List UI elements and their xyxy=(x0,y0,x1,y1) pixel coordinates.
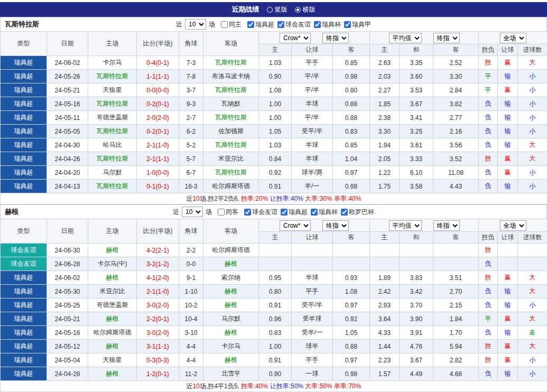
asian-final-odds-select[interactable]: 终指 xyxy=(322,220,349,231)
odds-cell: 半球 xyxy=(292,152,333,166)
league-filter-checkbox[interactable]: 球会友谊 xyxy=(244,208,277,217)
home-team-cell[interactable]: 瓦斯特拉斯 xyxy=(88,152,137,166)
away-team-cell[interactable]: 瓦斯特拉斯 xyxy=(203,111,259,125)
away-team-cell[interactable]: 马尔默 xyxy=(203,312,259,326)
home-team-cell[interactable]: 卡尔马(中) xyxy=(88,257,137,271)
home-team-cell[interactable]: 哈尔姆斯塔德 xyxy=(88,326,137,340)
odds-cell xyxy=(259,257,292,271)
home-team-cell[interactable]: 瓦斯特拉斯 xyxy=(88,180,137,193)
home-team-cell[interactable]: 赫根 xyxy=(88,340,137,353)
league-type-cell[interactable]: 瑞典超 xyxy=(1,326,47,340)
away-team-cell[interactable]: 瓦纳默 xyxy=(203,97,259,111)
league-filter-checkbox[interactable]: 球会友谊 xyxy=(277,20,311,29)
away-team-cell[interactable]: 佐加顿斯 xyxy=(203,125,259,138)
league-type-cell[interactable]: 瑞典超 xyxy=(1,138,47,152)
league-type-cell[interactable]: 瑞典超 xyxy=(1,70,47,83)
league-type-cell[interactable]: 瑞典超 xyxy=(1,152,47,166)
same-away-checkbox[interactable]: 同客 xyxy=(218,208,238,217)
subcol-euro-home: 主 xyxy=(370,44,400,56)
league-type-cell[interactable]: 瑞典超 xyxy=(1,340,47,353)
odds-cell xyxy=(259,244,292,257)
col-header-date: 日期 xyxy=(47,32,88,56)
league-filter-checkbox[interactable]: 瑞典杯 xyxy=(314,20,341,29)
fulltime-scope-select[interactable]: 全场 xyxy=(500,220,526,231)
odds-cell: 4.33 xyxy=(370,326,400,340)
league-filter-checkbox[interactable]: 瑞典杯 xyxy=(311,208,338,217)
league-type-cell[interactable]: 瑞典超 xyxy=(1,97,47,111)
league-type-cell[interactable]: 瑞典超 xyxy=(1,180,47,193)
home-team-cell[interactable]: 哥德堡盖斯 xyxy=(88,111,137,125)
league-type-cell[interactable]: 瑞典超 xyxy=(1,367,47,381)
away-team-cell[interactable]: 米亚尔比 xyxy=(203,152,259,166)
away-team-cell[interactable]: 瓦斯特拉斯 xyxy=(203,138,259,152)
odds-cell: 1.00 xyxy=(259,97,292,111)
away-team-cell[interactable]: 索尔纳 xyxy=(203,271,259,285)
average-odds-select[interactable]: 平均值 xyxy=(389,220,422,231)
away-team-cell[interactable]: 卡尔马 xyxy=(203,340,259,353)
league-type-cell[interactable]: 球会友谊 xyxy=(1,257,47,271)
home-team-cell[interactable]: 瓦斯特拉斯 xyxy=(88,97,137,111)
titlebar: 近期战绩 竖版 横版 xyxy=(0,2,547,17)
league-filter-checkbox[interactable]: 瑞典超 xyxy=(281,208,308,217)
recent-count-select[interactable]: 10 xyxy=(185,19,206,30)
euro-final-odds-select[interactable]: 终指 xyxy=(433,220,460,231)
goals-result-cell xyxy=(518,244,547,257)
odds-cell: 0.80 xyxy=(259,285,292,298)
league-type-cell[interactable]: 瑞典超 xyxy=(1,353,47,367)
away-team-cell[interactable]: 北雪平 xyxy=(203,367,259,381)
home-team-cell[interactable]: 瓦斯特拉斯 xyxy=(88,125,137,138)
away-team-cell[interactable]: 瓦斯特拉斯 xyxy=(203,56,259,70)
league-filter-checkbox[interactable]: 瑞典超 xyxy=(247,20,274,29)
league-filter-checkbox[interactable]: 欧罗巴杯 xyxy=(341,208,374,217)
home-team-cell[interactable]: 天狼星 xyxy=(88,353,137,367)
away-team-cell[interactable]: 哈尔姆斯塔德 xyxy=(203,244,259,257)
home-team-cell[interactable]: 赫根 xyxy=(88,271,137,285)
league-type-cell[interactable]: 瑞典超 xyxy=(1,56,47,70)
handicap-result-cell: 赢 xyxy=(498,56,518,70)
league-type-cell[interactable]: 瑞典超 xyxy=(1,271,47,285)
layout-radio-vertical[interactable]: 竖版 xyxy=(267,5,288,14)
away-team-cell[interactable]: 瓦斯特拉斯 xyxy=(203,166,259,180)
home-team-cell[interactable]: 米亚尔比 xyxy=(88,285,137,298)
away-team-cell[interactable]: 哈尔姆斯塔德 xyxy=(203,180,259,193)
asian-final-odds-select[interactable]: 终指 xyxy=(322,33,349,43)
away-team-cell[interactable]: 赫根 xyxy=(203,326,259,340)
odds-cell: 3.60 xyxy=(400,70,433,83)
league-filter-checkbox[interactable]: 瑞典甲 xyxy=(344,20,371,29)
league-type-cell[interactable]: 瑞典超 xyxy=(1,298,47,312)
average-odds-select[interactable]: 平均值 xyxy=(389,33,422,43)
odds-cell: 0.98 xyxy=(333,367,370,381)
away-team-cell[interactable]: 瓦斯特拉斯 xyxy=(203,83,259,97)
bookmaker-select[interactable]: Crow* xyxy=(280,220,311,231)
home-team-cell[interactable]: 卡尔马 xyxy=(88,56,137,70)
away-team-cell[interactable]: 赫根 xyxy=(203,257,259,271)
same-home-checkbox[interactable]: 同主 xyxy=(221,20,242,29)
home-team-cell[interactable]: 瓦斯特拉斯 xyxy=(88,70,137,83)
league-filter-label: 球会友谊 xyxy=(285,20,311,29)
league-type-cell[interactable]: 瑞典超 xyxy=(1,285,47,298)
league-type-cell[interactable]: 瑞典超 xyxy=(1,83,47,97)
layout-radio-horizontal[interactable]: 横版 xyxy=(295,5,316,14)
away-team-cell[interactable]: 布洛马波卡纳 xyxy=(203,70,259,83)
fulltime-scope-select[interactable]: 全场 xyxy=(500,33,526,43)
home-team-cell[interactable]: 天狼星 xyxy=(88,83,137,97)
bookmaker-select[interactable]: Crow* xyxy=(280,33,311,43)
euro-final-odds-select[interactable]: 终指 xyxy=(433,33,460,43)
home-team-cell[interactable]: 哈马比 xyxy=(88,138,137,152)
recent-count-select[interactable]: 10 xyxy=(182,207,203,217)
home-team-cell[interactable]: 哥德堡盖斯 xyxy=(88,298,137,312)
home-team-cell[interactable]: 赫根 xyxy=(88,244,137,257)
league-type-cell[interactable]: 瑞典超 xyxy=(1,312,47,326)
league-type-cell[interactable]: 瑞典超 xyxy=(1,125,47,138)
league-type-cell[interactable]: 瑞典超 xyxy=(1,166,47,180)
league-type-cell[interactable]: 球会友谊 xyxy=(1,244,47,257)
score-cell: 3-0(2-0) xyxy=(137,326,179,340)
away-team-cell[interactable]: 赫根 xyxy=(203,353,259,367)
odds-cell: 平/半 xyxy=(292,70,333,83)
home-team-cell[interactable]: 马尔默 xyxy=(88,166,137,180)
away-team-cell[interactable]: 赫根 xyxy=(203,285,259,298)
away-team-cell[interactable]: 赫根 xyxy=(203,298,259,312)
home-team-cell[interactable]: 赫根 xyxy=(88,367,137,381)
home-team-cell[interactable]: 赫根 xyxy=(88,312,137,326)
league-type-cell[interactable]: 瑞典超 xyxy=(1,111,47,125)
